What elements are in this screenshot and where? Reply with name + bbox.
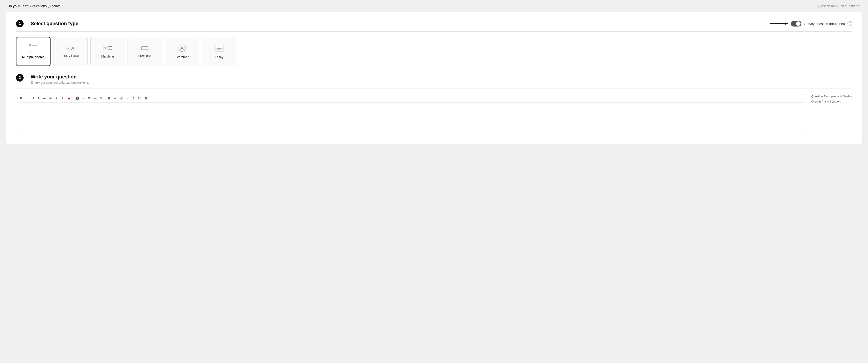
svg-rect-4 <box>29 49 31 51</box>
multiple-choice-icon <box>29 44 38 52</box>
underline-button[interactable]: U <box>30 96 35 101</box>
survey-toggle-area: Survey question (no points) ? <box>770 21 852 27</box>
section2-wrapper: 2 Write your question Enter your questio… <box>16 74 852 134</box>
paragraph-button[interactable]: ¶ <box>131 96 135 101</box>
formula-button[interactable]: √ <box>125 96 130 101</box>
matching-label: Matching <box>101 55 114 58</box>
top-bar: In your Test: 7 questions (5 points) Que… <box>0 0 868 12</box>
true-false-label: True / False <box>62 54 79 57</box>
qtype-grammar[interactable]: Grammar <box>165 37 199 66</box>
superscript-button[interactable]: A2 <box>42 96 47 101</box>
section2-number: 2 <box>16 74 24 82</box>
section1-divider <box>16 31 852 32</box>
true-false-icon <box>66 46 75 51</box>
align-center-button[interactable]: ☰ <box>87 96 91 101</box>
link-button[interactable]: 🔗 <box>119 96 124 101</box>
font-color-button[interactable]: A <box>67 96 71 101</box>
matching-icon <box>103 45 112 52</box>
image-button[interactable]: 🖼 <box>75 96 80 101</box>
survey-toggle[interactable] <box>791 21 802 27</box>
paragraph-left-button[interactable]: ¶← <box>137 96 143 101</box>
arrow-line <box>770 21 788 26</box>
editor-body[interactable] <box>16 103 806 130</box>
main-card: 1 Select question type Survey question ( <box>6 12 862 144</box>
grammar-label: Grammar <box>175 55 188 59</box>
question-editor[interactable]: B I U T A2 A2 A↑ A↓ A 🖼 ≡ ☰ — Ω ⊞ <box>16 94 806 134</box>
question-types-grid: Multiple choice True / False <box>16 37 852 66</box>
toggle-track[interactable] <box>791 21 802 27</box>
subscript-button[interactable]: A2 <box>48 96 53 101</box>
free-text-icon <box>140 45 150 51</box>
font-size-up-button[interactable]: A↑ <box>55 96 59 101</box>
svg-rect-20 <box>215 45 223 51</box>
table-button[interactable]: ⊞ <box>107 96 112 101</box>
free-text-label: Free Text <box>138 54 151 58</box>
section1-number: 1 <box>16 20 24 27</box>
section2-title: Write your question <box>31 74 89 80</box>
editor-toolbar: B I U T A2 A2 A↑ A↓ A 🖼 ≡ ☰ — Ω ⊞ <box>16 94 806 103</box>
align-left-button[interactable]: ≡ <box>81 96 86 101</box>
align-justify-button[interactable]: ≣ <box>113 96 117 101</box>
hr-button[interactable]: — <box>93 96 97 101</box>
editor-links: Question Examples and Guides Copy & Past… <box>811 94 852 103</box>
multiple-choice-label: Multiple choice <box>22 55 44 59</box>
help-icon[interactable]: ? <box>847 21 852 26</box>
copy-paste-symbols-link[interactable]: Copy & Paste Symbols <box>811 100 852 103</box>
qtype-true-false[interactable]: True / False <box>53 37 88 66</box>
editor-area: B I U T A2 A2 A↑ A↓ A 🖼 ≡ ☰ — Ω ⊞ <box>16 94 852 134</box>
question-examples-link[interactable]: Question Examples and Guides <box>811 95 852 98</box>
qtype-free-text[interactable]: Free Text <box>127 37 162 66</box>
strikethrough-button[interactable]: T <box>36 96 41 101</box>
qtype-multiple-choice[interactable]: Multiple choice <box>16 37 51 66</box>
qtype-matching[interactable]: Matching <box>90 37 125 66</box>
italic-button[interactable]: I <box>25 96 29 101</box>
section2-header: 2 Write your question Enter your questio… <box>16 74 852 84</box>
special-char-button[interactable]: Ω <box>99 96 103 101</box>
test-info-label: In your Test: <box>9 4 29 8</box>
section2-subtitle: Enter your question only, without answer… <box>31 81 89 84</box>
toggle-thumb <box>796 21 801 26</box>
question-bank-info: Question bank: 70 questions <box>817 4 859 8</box>
survey-label: Survey question (no points) <box>804 22 845 26</box>
test-info-value: 7 questions (5 points) <box>30 4 61 8</box>
essay-label: Essay <box>215 55 223 59</box>
bold-button[interactable]: B <box>19 96 23 101</box>
qtype-essay[interactable]: Essay <box>202 37 236 66</box>
font-size-down-button[interactable]: A↓ <box>61 96 65 101</box>
test-info: In your Test: 7 questions (5 points) <box>9 4 62 8</box>
grammar-icon <box>178 44 186 52</box>
svg-marker-1 <box>785 23 788 25</box>
source-button[interactable]: ⊟ <box>144 96 148 101</box>
section1-title: Select question type <box>31 21 79 27</box>
section1-header: 1 Select question type Survey question ( <box>16 20 852 27</box>
essay-icon <box>214 44 224 52</box>
